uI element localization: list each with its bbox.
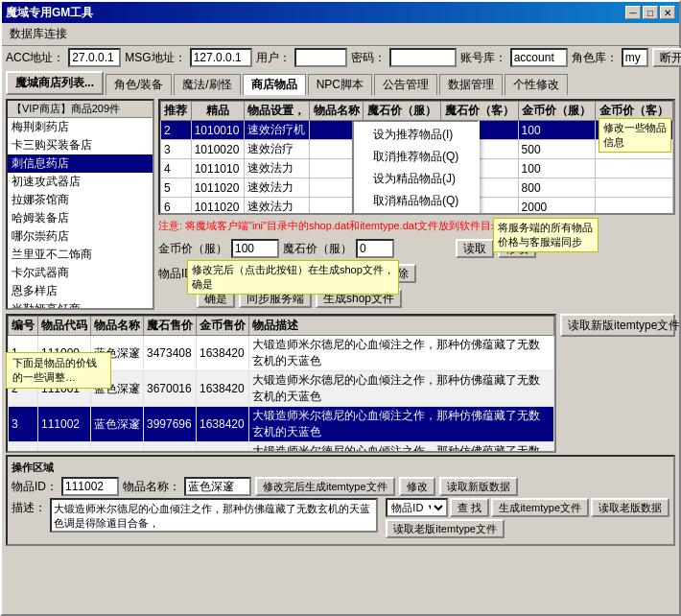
tab-personal[interactable]: 个性修改	[505, 74, 568, 95]
top-section: 【VIP商店】商品209件 梅荆刺药店 卡三购买装备店 刺信息药店 初速攻武器店…	[6, 99, 675, 310]
msg-input[interactable]	[190, 48, 252, 67]
main-content: 【VIP商店】商品209件 梅荆刺药店 卡三购买装备店 刺信息药店 初速攻武器店…	[2, 95, 679, 614]
callout-modify-info: 修改一些物品信息	[599, 118, 671, 153]
price-row: 金币价（服） 魔石价（服） 将服务端的所有物品价格与客服端同步 读取 修改	[158, 237, 675, 260]
ops-read-old-itemtype-btn[interactable]: 读取老版itemtype文件	[386, 519, 505, 538]
col-magic-price: 魔石售价	[144, 317, 197, 336]
role-label: 角色库：	[572, 50, 618, 66]
gold-price-input[interactable]	[231, 239, 279, 258]
col-header-magic-price: 魔石价（服）	[364, 102, 441, 121]
read-button[interactable]: 读取	[456, 239, 494, 258]
list-item[interactable]: 兰里亚不二饰商	[8, 246, 153, 264]
ops-gen-itemtype-btn[interactable]: 修改完后生成itemtype文件	[255, 477, 395, 496]
user-input[interactable]	[294, 48, 347, 67]
tab-announcement[interactable]: 公告管理	[374, 74, 437, 95]
product-table-area: 推荐 精品 物品设置， 物品名称 魔石价（服） 魔石价（客） 金币价（服） 金币…	[158, 99, 675, 215]
ops-btn-row2: 读取老版itemtype文件	[386, 519, 669, 538]
list-item[interactable]: 卡三购买装备店	[8, 136, 153, 154]
col-name: 物品名称	[91, 317, 144, 336]
list-item[interactable]: 恩多样店	[8, 282, 153, 300]
col-header-name: 物品名称	[309, 102, 363, 121]
list-item[interactable]: 米勒娅烹饪商	[8, 300, 153, 308]
acc-label: ACC地址：	[6, 50, 64, 66]
col-num: 编号	[9, 317, 38, 336]
list-item[interactable]: 哈姆装备店	[8, 209, 153, 227]
ops-pname-label: 物品名称：	[123, 479, 180, 495]
list-item[interactable]: 哪尔崇药店	[8, 227, 153, 246]
db-input[interactable]	[510, 48, 568, 67]
magic-price-label: 魔石价（服）	[283, 241, 352, 257]
acc-input[interactable]	[68, 48, 121, 67]
magic-price-input[interactable]	[356, 239, 394, 258]
tab-npc[interactable]: NPC脚本	[308, 74, 372, 95]
gold-price-label: 金币价（服）	[158, 241, 227, 257]
ops-pname-input[interactable]	[184, 477, 251, 496]
window-title: 魔域专用GM工具	[6, 5, 93, 21]
menu-database[interactable]: 数据库连接	[6, 25, 71, 43]
context-menu-cancel-fine[interactable]: 取消精品物品(Q)	[354, 190, 478, 212]
callout-mod-complete: 修改完后（点击此按钮）在生成shop文件，确是	[187, 260, 399, 295]
read-new-itemtype-btn[interactable]: 读取新版itemtype文件	[560, 314, 675, 337]
context-menu-set-fine[interactable]: 设为精品物品(J)	[354, 168, 478, 190]
list-item[interactable]: 拉娜茶馆商	[8, 191, 153, 209]
context-menu-set-recommend[interactable]: 设为推荐物品(I)	[354, 124, 478, 146]
main-window: 魔域专用GM工具 ─ □ ✕ 数据库连接 ACC地址： MSG地址： 用户： 密…	[0, 0, 681, 616]
maximize-button[interactable]: □	[643, 6, 658, 19]
ops-row-2: 描述： 大锻造师米尔德尼的心血倾注之作，那种仿佛蕴藏了无数玄机的天蓝色调是得除遁…	[12, 498, 669, 538]
col-code: 物品代码	[38, 317, 91, 336]
col-header-id: 物品设置，	[244, 102, 309, 121]
ops-area: 操作区域 物品ID： 物品名称： 修改完后生成itemtype文件 修改 读取新…	[6, 455, 675, 546]
shop-list-header: 【VIP商店】商品209件	[8, 101, 153, 118]
title-bar: 魔域专用GM工具 ─ □ ✕	[2, 2, 679, 23]
table-row[interactable]: 4 111003 蓝色深邃 4521984 1638420 大锻造师米尔德尼的心…	[9, 442, 554, 454]
table-row[interactable]: 3 111002 蓝色深邃 3997696 1638420 大锻造师米尔德尼的心…	[9, 407, 554, 442]
col-gold-price: 金币售价	[197, 317, 249, 336]
msg-label: MSG地址：	[125, 50, 185, 66]
col-header-fine: 精品	[191, 102, 244, 121]
list-item[interactable]: 初速攻武器店	[8, 173, 153, 191]
callout-sync: 将服务端的所有物品价格与客服端同步	[493, 218, 599, 252]
col-desc: 物品描述	[249, 317, 554, 336]
pass-input[interactable]	[389, 48, 457, 67]
col-header-magic-price-c: 魔石价（客）	[440, 102, 518, 121]
list-item[interactable]: 刺信息药店	[8, 154, 153, 173]
ops-row-1: 物品ID： 物品名称： 修改完后生成itemtype文件 修改 读取新版数据	[12, 477, 669, 496]
sync-row: 修改完后（点击此按钮）在生成shop文件，确是 确是 同步服务端 生成shop文…	[158, 287, 675, 310]
tab-magic[interactable]: 魔法/刷怪	[174, 74, 240, 95]
close-button[interactable]: ✕	[660, 6, 675, 19]
db-label: 账号库：	[460, 50, 506, 66]
context-menu-cancel-recommend[interactable]: 取消推荐物品(Q)	[354, 146, 478, 168]
ops-gen-itemtype2-btn[interactable]: 生成itemtype文件	[491, 498, 589, 517]
tab-data[interactable]: 数据管理	[439, 74, 503, 95]
list-item[interactable]: 梅荆刺药店	[8, 118, 153, 136]
context-menu: 设为推荐物品(I) 取消推荐物品(Q) 设为精品物品(J) 取消精品物品(Q) …	[352, 120, 480, 215]
ops-read-old-btn[interactable]: 读取老版数据	[591, 498, 669, 517]
minimize-button[interactable]: ─	[625, 6, 641, 19]
ops-right-buttons: 物品ID ▼ 查 找 生成itemtype文件 读取老版数据 读取老版itemt…	[386, 498, 669, 538]
ops-search-btn[interactable]: 查 找	[450, 498, 489, 517]
connection-row: ACC地址： MSG地址： 用户： 密码： 账号库： 角色库： 断开	[2, 46, 679, 69]
shop-list[interactable]: 梅荆刺药店 卡三购买装备店 刺信息药店 初速攻武器店 拉娜茶馆商 哈姆装备店 哪…	[8, 118, 153, 308]
menu-bar: 数据库连接	[2, 23, 679, 46]
ops-search-select[interactable]: 物品ID ▼	[386, 498, 448, 517]
ops-desc-input[interactable]: 大锻造师米尔德尼的心血倾注之作，那种仿佛蕴藏了无数玄机的天蓝色调是得除遁目合备，	[50, 498, 378, 533]
tab-role-equipment[interactable]: 角色/装备	[106, 74, 172, 95]
ops-title: 操作区域	[12, 461, 669, 475]
note-price-adjust: 下面是物品的价钱的一些调整…	[6, 352, 111, 389]
list-item[interactable]: 卡尔武器商	[8, 264, 153, 282]
ops-pid-input[interactable]	[61, 477, 119, 496]
ops-read-new-btn[interactable]: 读取新版数据	[439, 477, 518, 496]
shop-list-button[interactable]: 魔城商店列表...	[6, 71, 104, 95]
title-buttons: ─ □ ✕	[625, 6, 675, 19]
ops-modify-btn[interactable]: 修改	[399, 477, 435, 496]
connect-button[interactable]: 断开	[652, 48, 681, 67]
shop-list-panel: 【VIP商店】商品209件 梅荆刺药店 卡三购买装备店 刺信息药店 初速攻武器店…	[6, 99, 154, 310]
role-input[interactable]	[622, 48, 648, 67]
tab-row: 魔城商店列表... 角色/装备 魔法/刷怪 商店物品 NPC脚本 公告管理 数据…	[2, 69, 679, 95]
pass-label: 密码：	[351, 50, 386, 66]
bottom-section: 下面是物品的价钱的一些调整… 编号 物品代码 物品名称 魔石售价 金币售价 物品…	[6, 314, 675, 453]
col-header-gold-price: 金币价（服）	[518, 102, 596, 121]
ops-pid-label: 物品ID：	[12, 479, 58, 495]
tab-shop-items[interactable]: 商店物品	[243, 74, 306, 95]
right-panel: 推荐 精品 物品设置， 物品名称 魔石价（服） 魔石价（客） 金币价（服） 金币…	[158, 99, 675, 310]
